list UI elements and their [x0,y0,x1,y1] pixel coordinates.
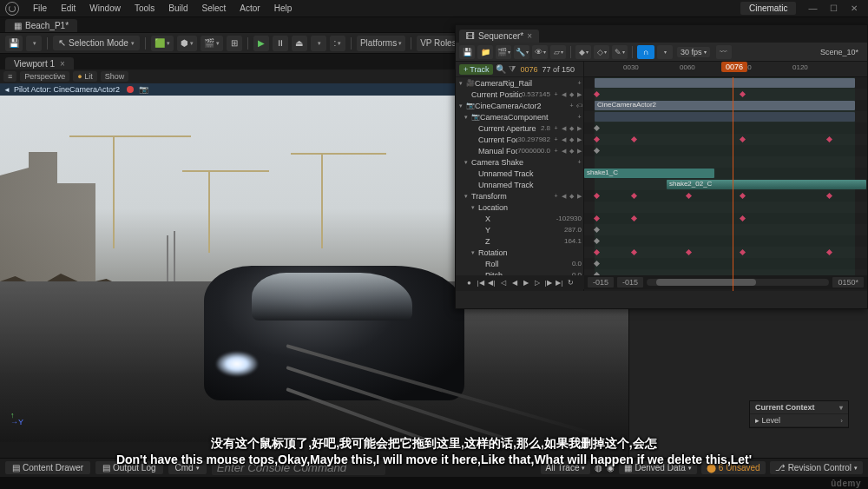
loop-button[interactable]: ↻ [566,277,576,287]
tree-row[interactable]: Roll0.0 [456,258,583,269]
start-frame-field[interactable]: -015 [588,277,614,287]
keyframe[interactable] [631,215,637,221]
tree-row[interactable]: ▾Camera Shake+ [456,156,583,168]
tree-row[interactable]: Z164.1 [456,235,583,247]
add-key-button[interactable]: + [575,159,583,165]
add-key-button[interactable]: + [552,193,560,200]
set-key-icon[interactable]: ◆ [568,91,575,98]
prev-key-icon[interactable]: ◀ [560,148,568,155]
search-icon[interactable]: 🔍 [496,64,506,74]
keyframe[interactable] [594,261,600,267]
add-key-button[interactable]: + [568,102,575,109]
perspective-dropdown[interactable]: Perspective [20,71,69,82]
keyframe[interactable] [594,249,600,255]
tree-row[interactable]: Current Aperture2.8+◀◆▶ [456,122,583,134]
save-sequence-button[interactable]: 💾 [459,45,475,59]
track-value[interactable]: 7000000.0 [517,147,550,155]
tag-icon[interactable]: 🏷 [575,102,583,109]
chevron-right-icon[interactable]: ▾ [839,404,843,412]
set-key-icon[interactable]: ◆ [568,136,575,143]
add-key-button[interactable]: + [552,91,560,98]
clip-shake2[interactable]: shake2_02_C [667,180,866,189]
scene-breadcrumb[interactable]: Scene_10* [815,48,864,56]
content-drawer-button[interactable]: ▤ Content Drawer [5,461,90,474]
keyframe[interactable] [594,215,600,221]
add-key-button[interactable]: + [575,80,583,86]
pause-button[interactable]: ⏸ [273,36,288,51]
keyframe[interactable] [740,136,746,142]
expand-icon[interactable]: ▾ [459,80,466,87]
tree-row[interactable]: ▾🎥CameraRig_Rail+ [456,77,583,89]
keyframe[interactable] [826,193,832,199]
step-forward-button[interactable]: ▷ [532,277,542,287]
next-key-icon[interactable]: ▶ [575,125,583,132]
track-value[interactable]: -102930 [556,215,582,222]
platforms-dropdown[interactable]: Platforms [357,36,405,51]
prev-key-icon[interactable]: ◀ [560,91,568,98]
menu-actor[interactable]: Actor [233,3,266,13]
current-frame-field[interactable]: -015 [617,277,643,287]
set-key-icon[interactable]: ◆ [568,193,575,200]
keyframe[interactable] [826,136,832,142]
play-reverse-button[interactable]: ◀ [510,277,520,287]
launch-button[interactable]: : [330,36,345,51]
play-button[interactable]: ▶ [253,36,269,51]
go-to-end-button[interactable]: ▶| [555,277,565,287]
tree-row[interactable]: Y287.0 [456,224,583,235]
close-tab-icon[interactable]: × [527,31,532,41]
record-button[interactable]: ● [464,277,475,287]
viewport-tab[interactable]: Viewport 1 × [5,57,74,69]
add-track-button[interactable]: Track [459,64,493,75]
menu-file[interactable]: File [26,3,54,13]
prev-key-icon[interactable]: ◀ [560,136,568,143]
minimize-icon[interactable]: — [803,3,822,13]
add-key-button[interactable]: + [552,148,560,155]
save-button[interactable]: 💾 [5,36,23,51]
render-button[interactable]: 🎬 [496,45,511,59]
tree-row[interactable]: ▾Rotation [456,247,583,258]
next-key-icon[interactable]: ▶ [575,91,583,98]
end-frame-field[interactable]: 0150* [832,277,864,287]
camera-view-icon[interactable]: 📷 [139,85,148,94]
output-log-button[interactable]: ▤ Output Log [95,461,162,474]
filter-icon[interactable]: ⧩ [509,64,516,75]
context-panel[interactable]: Current Context ▾ ▸ Level › [749,400,849,428]
actions-button[interactable]: 🔧 [514,45,529,59]
playhead-indicator[interactable]: 0076 [721,62,747,72]
close-icon[interactable]: ✕ [845,3,863,13]
revision-control-dropdown[interactable]: ⎇ Revision Control▾ [770,461,863,474]
browse-button[interactable]: 📁 [477,45,493,59]
track-value[interactable]: 287.0 [564,226,582,234]
keyframe[interactable] [740,193,746,199]
context-level-row[interactable]: ▸ Level › [750,414,848,427]
console-command-input[interactable] [212,461,385,475]
tree-row[interactable]: Manual Focus Di7000000.0+◀◆▶ [456,145,583,156]
save-dropdown[interactable] [26,36,42,51]
set-key-icon[interactable]: ◆ [568,148,575,155]
keyframe[interactable] [826,249,832,255]
keyframe[interactable] [740,91,746,97]
add-key-button[interactable]: + [552,125,560,132]
menu-window[interactable]: Window [82,3,128,13]
tree-row[interactable]: ▾Location [456,202,583,213]
add-content-button[interactable]: 🟩 [151,36,174,51]
track-value[interactable]: 2.8 [541,124,550,132]
blueprint-button[interactable]: ⬢ [177,36,197,51]
edit-options-button[interactable]: ✎ [612,45,628,59]
track-value[interactable]: 30.297982 [517,135,550,143]
trace-dropdown[interactable]: All Trace▾ [541,461,591,474]
next-key-icon[interactable]: ▶ [575,148,583,155]
expand-icon[interactable]: ▾ [471,249,478,256]
key-options-button[interactable]: ◆ [575,45,591,59]
keyframe[interactable] [631,136,637,142]
menu-build[interactable]: Build [161,3,194,13]
playhead-line[interactable] [733,77,733,291]
playback-options-button[interactable]: ▱ [550,45,566,59]
cmd-dropdown[interactable]: Cmd ▾ [168,461,207,474]
tree-row[interactable]: Current Focal Le30.297982+◀◆▶ [456,134,583,145]
tracks-area[interactable]: CineCameraActor2 shake1_C shake2_02_C [584,77,867,279]
menu-select[interactable]: Select [195,3,233,13]
tree-row[interactable]: X-102930 [456,213,583,224]
view-options-button[interactable]: 👁 [532,45,548,59]
clip-camera-rail[interactable] [595,78,855,88]
